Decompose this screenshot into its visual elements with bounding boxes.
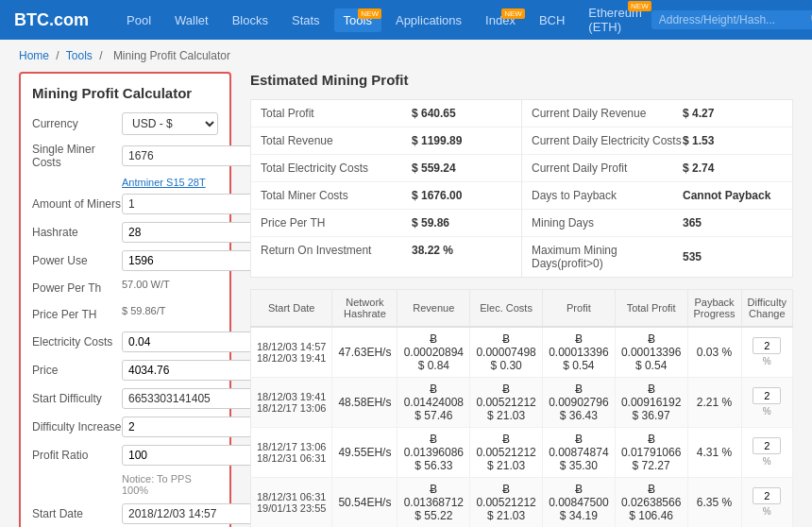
summary-current-daily-elec: Current Daily Electricity Costs $ 1.53 bbox=[522, 128, 792, 155]
nav-wallet[interactable]: Wallet bbox=[165, 8, 218, 32]
breadcrumb-tools[interactable]: Tools bbox=[66, 49, 93, 62]
difficulty-change-input[interactable] bbox=[753, 487, 781, 504]
start-date-row: Start Date bbox=[32, 503, 218, 524]
antminer-link[interactable]: Antminer S15 28T bbox=[122, 177, 218, 188]
summary-current-daily-profit: Current Daily Profit $ 2.74 bbox=[522, 155, 792, 182]
total-miner-value: $ 1676.00 bbox=[412, 189, 462, 202]
summary-mining-days: Mining Days 365 bbox=[522, 210, 792, 237]
max-mining-days-value: 535 bbox=[683, 250, 702, 264]
cell-elec: Ƀ 0.00521212$ 21.03 bbox=[470, 478, 543, 528]
summary-left: Total Profit $ 640.65 Total Revenue $ 11… bbox=[251, 100, 522, 277]
cell-payback: 4.31 % bbox=[687, 428, 741, 478]
nav-blocks[interactable]: Blocks bbox=[223, 8, 278, 32]
power-use-label: Power Use bbox=[32, 254, 122, 267]
cell-difficulty-change: % bbox=[741, 478, 792, 528]
estimated-title: Estimated Mining Profit bbox=[250, 72, 793, 88]
mining-days-label: Mining Days bbox=[532, 216, 683, 230]
summary-days-payback: Days to Payback Cannot Payback bbox=[522, 182, 792, 210]
price-per-th-s-value: $ 59.86 bbox=[412, 216, 449, 230]
total-miner-label: Total Miner Costs bbox=[261, 189, 412, 202]
search-box[interactable]: 🔍 bbox=[651, 10, 812, 29]
days-payback-value: Cannot Payback bbox=[683, 189, 770, 202]
cell-date: 18/12/17 13:0618/12/31 06:31 bbox=[251, 428, 332, 478]
nav-ethereum[interactable]: NEW Ethereum (ETH) bbox=[579, 1, 651, 39]
breadcrumb: Home / Tools / Mining Profit Calculator bbox=[0, 40, 812, 72]
total-profit-value: $ 640.65 bbox=[412, 107, 456, 120]
nav-applications[interactable]: Applications bbox=[386, 8, 471, 32]
cell-hashrate: 47.63EH/s bbox=[332, 327, 398, 378]
index-new-badge: NEW bbox=[501, 8, 525, 19]
percent-sign: % bbox=[763, 506, 771, 517]
cell-payback: 2.21 % bbox=[687, 378, 741, 428]
cell-profit: Ƀ 0.00874874$ 35.30 bbox=[542, 428, 615, 478]
eth-new-badge: NEW bbox=[628, 1, 651, 11]
summary-roi: Return On Investment 38.22 % bbox=[251, 237, 521, 264]
cell-profit: Ƀ 0.00847500$ 34.19 bbox=[542, 478, 615, 528]
difficulty-change-input[interactable] bbox=[753, 437, 781, 454]
cell-hashrate: 48.58EH/s bbox=[332, 378, 398, 428]
current-daily-rev-label: Current Daily Revenue bbox=[532, 107, 683, 120]
cell-hashrate: 50.54EH/s bbox=[332, 478, 398, 528]
breadcrumb-current: Mining Profit Calculator bbox=[113, 49, 230, 62]
cell-revenue: Ƀ 0.01396086$ 56.33 bbox=[398, 428, 470, 478]
table-row: 18/12/17 13:0618/12/31 06:31 49.55EH/s Ƀ… bbox=[251, 428, 793, 478]
summary-price-per-th: Price Per TH $ 59.86 bbox=[251, 210, 521, 237]
difficulty-change-input[interactable] bbox=[753, 337, 781, 354]
total-electricity-label: Total Electricity Costs bbox=[261, 162, 412, 175]
roi-label: Return On Investment bbox=[261, 244, 412, 257]
panel-title: Mining Profit Calculator bbox=[32, 85, 218, 101]
col-profit: Profit bbox=[542, 290, 615, 328]
breadcrumb-home[interactable]: Home bbox=[19, 49, 49, 62]
summary-right: Current Daily Revenue $ 4.27 Current Dai… bbox=[522, 100, 792, 277]
current-daily-elec-label: Current Daily Electricity Costs bbox=[532, 134, 683, 147]
current-daily-elec-value: $ 1.53 bbox=[683, 134, 714, 147]
current-daily-profit-value: $ 2.74 bbox=[683, 162, 714, 175]
profit-table: Start Date NetworkHashrate Revenue Elec.… bbox=[250, 289, 793, 527]
total-electricity-value: $ 559.24 bbox=[412, 162, 456, 175]
roi-value: 38.22 % bbox=[412, 244, 453, 257]
start-difficulty-row: Start Difficulty bbox=[32, 388, 218, 409]
nav-bch[interactable]: BCH bbox=[530, 8, 574, 32]
nav-stats[interactable]: Stats bbox=[282, 8, 330, 32]
power-per-th-row: Power Per Th 57.00 W/T bbox=[32, 279, 218, 298]
cell-difficulty-change: % bbox=[741, 378, 792, 428]
price-per-th-value: $ 59.86/T bbox=[122, 305, 165, 316]
total-profit-label: Total Profit bbox=[261, 107, 412, 120]
summary-total-electricity: Total Electricity Costs $ 559.24 bbox=[251, 155, 521, 182]
nav-pool[interactable]: Pool bbox=[117, 8, 161, 32]
difficulty-change-input[interactable] bbox=[753, 387, 781, 404]
cell-hashrate: 49.55EH/s bbox=[332, 428, 398, 478]
price-label: Price bbox=[32, 364, 122, 377]
nav-tools[interactable]: NEW Tools bbox=[334, 8, 381, 32]
header: BTC.com Pool Wallet Blocks Stats NEW Too… bbox=[0, 0, 812, 40]
site-logo[interactable]: BTC.com bbox=[14, 10, 89, 30]
cell-total-profit: Ƀ 0.02638566$ 106.46 bbox=[615, 478, 687, 528]
col-network-hashrate: NetworkHashrate bbox=[332, 290, 398, 328]
currency-label: Currency bbox=[32, 117, 122, 130]
cell-elec: Ƀ 0.00521212$ 21.03 bbox=[470, 428, 543, 478]
price-row: Price $/BTC bbox=[32, 360, 218, 381]
cell-total-profit: Ƀ 0.01791066$ 72.27 bbox=[615, 428, 687, 478]
cell-difficulty-change: % bbox=[741, 327, 792, 378]
summary-max-mining-days: Maximum Mining Days(profit>0) 535 bbox=[522, 237, 792, 277]
electricity-row: Electricity Costs $/KWh bbox=[32, 332, 218, 352]
profit-ratio-row: Profit Ratio % bbox=[32, 445, 218, 466]
current-daily-profit-label: Current Daily Profit bbox=[532, 162, 683, 175]
cell-date: 18/12/03 14:5718/12/03 19:41 bbox=[251, 327, 332, 378]
amount-miners-row: Amount of Miners bbox=[32, 194, 218, 214]
current-daily-rev-value: $ 4.27 bbox=[683, 107, 714, 120]
power-per-th-value: 57.00 W/T bbox=[122, 279, 170, 290]
tools-new-badge: NEW bbox=[358, 8, 381, 19]
cell-revenue: Ƀ 0.01368712$ 55.22 bbox=[398, 478, 470, 528]
power-per-th-label: Power Per Th bbox=[32, 281, 122, 295]
currency-select[interactable]: USD - $ bbox=[122, 112, 218, 135]
difficulty-increase-row: Difficulty Increase % bbox=[32, 416, 218, 437]
col-payback: PaybackProgress bbox=[687, 290, 741, 328]
nav-index[interactable]: NEW Index bbox=[476, 8, 525, 32]
search-input[interactable] bbox=[659, 13, 810, 26]
price-per-th-label: Price Per TH bbox=[32, 308, 122, 321]
cell-total-profit: Ƀ 0.00013396$ 0.54 bbox=[615, 327, 687, 378]
notice-text: Notice: To PPS 100% bbox=[122, 473, 218, 496]
cell-elec: Ƀ 0.00521212$ 21.03 bbox=[470, 378, 543, 428]
summary-section: Total Profit $ 640.65 Total Revenue $ 11… bbox=[250, 99, 793, 278]
